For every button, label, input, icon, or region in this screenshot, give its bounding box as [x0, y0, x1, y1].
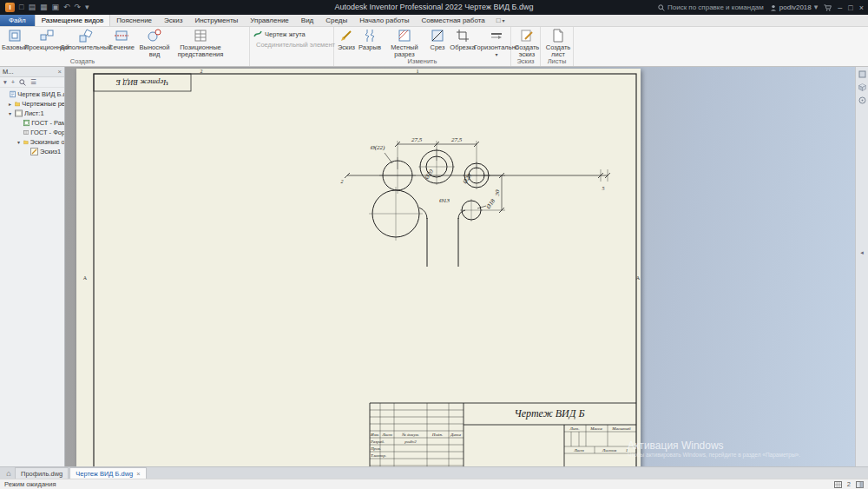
title-block-icon: [23, 129, 29, 136]
home-icon[interactable]: ⌂: [3, 467, 15, 479]
section-view-button[interactable]: Сечение: [107, 28, 136, 57]
graphics-canvas[interactable]: Чертеж ВИД Б 2 1 А А: [65, 67, 855, 466]
horizontal-icon: [489, 28, 504, 43]
inventor-logo-icon[interactable]: I: [5, 3, 15, 12]
drawing-sheet[interactable]: Чертеж ВИД Б 2 1 А А: [76, 69, 641, 466]
print-icon[interactable]: ▣: [51, 3, 59, 11]
svg-text:27,5: 27,5: [451, 136, 463, 143]
qat-dropdown-icon[interactable]: ▾: [85, 3, 89, 11]
rotated-stamp: Чертеж ВИД Б: [94, 74, 191, 91]
slice-button[interactable]: Срез: [427, 28, 448, 57]
tree-item-sketch-symbols[interactable]: ▾ Эскизные обознач: [0, 137, 64, 147]
open-file-icon[interactable]: ▤: [28, 3, 36, 11]
svg-text:Масштаб: Масштаб: [611, 426, 631, 431]
svg-text:27,5: 27,5: [411, 136, 423, 143]
break-out-icon: [397, 28, 412, 43]
maximize-button[interactable]: □: [848, 3, 852, 12]
tree-item-drawing-resources[interactable]: ▸ Чертежные ресурсы: [0, 99, 64, 109]
harness-drawing-button[interactable]: Чертеж жгута: [253, 30, 333, 38]
doc-tab-close-icon[interactable]: ×: [136, 470, 140, 478]
user-account-menu[interactable]: podiv2018 ▾: [770, 3, 818, 11]
break-button[interactable]: Разрыв: [358, 28, 382, 57]
auxiliary-view-button[interactable]: Дополнительный: [66, 28, 106, 57]
undo-icon[interactable]: ↶: [63, 3, 70, 11]
doc-tab-label: Профиль.dwg: [21, 470, 62, 478]
base-view-button[interactable]: Базовый: [2, 28, 28, 57]
zone-letter: А: [83, 275, 88, 281]
panel-modify: Эскиз Разрыв Местный разрез Срез Обрезка: [334, 27, 511, 66]
tree-item-sheet1[interactable]: ▾ Лист:1: [0, 109, 64, 118]
tab-get-started[interactable]: Начало работы: [353, 15, 415, 26]
chevron-icon[interactable]: ▾: [7, 110, 13, 116]
svg-text:5: 5: [602, 186, 605, 191]
status-bar: Режим ожидания 2: [0, 479, 868, 489]
doc-tab-current[interactable]: Чертеж ВИД Б.dwg ×: [69, 467, 146, 479]
browser-menu-icon[interactable]: ☰: [30, 78, 36, 86]
minimize-button[interactable]: –: [838, 3, 842, 12]
tab-collaborate[interactable]: Совместная работа: [415, 15, 490, 26]
horizontal-button[interactable]: Горизонтально ▾: [477, 28, 516, 57]
create-sheet-button[interactable]: Создать лист: [542, 28, 574, 57]
connector-element-button[interactable]: Соединительный элемент: [253, 40, 333, 49]
close-button[interactable]: ×: [859, 3, 864, 12]
svg-text:2: 2: [341, 179, 344, 184]
tab-view[interactable]: Вид: [295, 15, 319, 26]
svg-text:Чертеж ВИД Б: Чертеж ВИД Б: [115, 78, 168, 87]
create-sketch-label: Создать эскиз: [513, 44, 541, 58]
ribbon-display-options[interactable]: □ ▾: [491, 15, 510, 26]
detail-view-button[interactable]: Выносной вид: [137, 28, 172, 57]
svg-text:1: 1: [626, 448, 628, 453]
new-file-icon[interactable]: □: [19, 3, 23, 11]
save-icon[interactable]: ▦: [40, 3, 48, 11]
doc-tab-profile[interactable]: Профиль.dwg: [15, 467, 69, 479]
tree-item-gost-form[interactable]: ГОСТ - Форма 1: [0, 128, 64, 137]
svg-text:№ докум.: № докум.: [401, 433, 419, 437]
browser-close-icon[interactable]: ×: [58, 68, 62, 76]
browser-search-icon[interactable]: [19, 79, 26, 86]
model-browser-panel: М... × ▾ + ☰ Чертеж ВИД Б.dwg ▸: [0, 67, 65, 466]
tab-file[interactable]: Файл: [0, 15, 35, 26]
chevron-icon[interactable]: ▸: [7, 101, 13, 107]
help-search-input[interactable]: Поиск по справке и командам: [658, 3, 764, 11]
tab-manage[interactable]: Управление: [244, 15, 294, 26]
tree-item-gost-border[interactable]: ГОСТ - Рамка: [0, 118, 64, 128]
group-label-modify: Изменить: [334, 57, 510, 65]
tab-sketch[interactable]: Эскиз: [158, 15, 188, 26]
crop-button[interactable]: Обрезка: [449, 28, 477, 57]
ribbon-options-dropdown-icon: ▾: [503, 17, 505, 23]
tree-item-label: Чертеж ВИД Б.dwg: [17, 90, 64, 98]
view-cube-icon[interactable]: [858, 83, 867, 92]
browser-filter-icon[interactable]: ▾: [3, 78, 7, 86]
cart-icon[interactable]: [824, 4, 832, 11]
panel-collapse-icon[interactable]: ◂: [858, 248, 867, 257]
create-sketch-button[interactable]: Создать эскиз: [513, 28, 541, 57]
positional-representations-button[interactable]: Позиционные представления: [173, 28, 228, 57]
connector-element-label: Соединительный элемент: [256, 41, 335, 49]
browser-add-icon[interactable]: +: [11, 78, 15, 86]
doc-tab-label: Чертеж ВИД Б.dwg: [76, 470, 133, 478]
tree-item-label: Лист:1: [24, 109, 44, 117]
positional-representations-label: Позиционные представления: [173, 44, 228, 58]
tree-item-label: Чертежные ресурсы: [22, 100, 64, 108]
tree-item-sketch1[interactable]: Эскиз1: [0, 147, 64, 156]
chevron-icon[interactable]: ▾: [16, 139, 22, 145]
sketch-button[interactable]: Эскиз: [336, 28, 357, 57]
tab-place-views[interactable]: Размещение видов: [35, 15, 111, 26]
tree-item-document[interactable]: Чертеж ВИД Б.dwg: [0, 89, 64, 99]
break-out-button[interactable]: Местный разрез: [383, 28, 426, 57]
grid-snap-icon[interactable]: [834, 481, 842, 488]
tab-environments[interactable]: Среды: [319, 15, 353, 26]
doc-switch-icon[interactable]: [858, 69, 867, 79]
drawing-document-icon: [10, 90, 16, 98]
projected-view-button[interactable]: Проекционный: [29, 28, 65, 57]
ribbon-options-icon: □: [496, 17, 501, 24]
dimension-texts: 27,5 27,5 Ø(22) Ø20 Ø20 Ø13 Ø18 30 2 5: [341, 136, 605, 211]
tab-tools[interactable]: Инструменты: [188, 15, 244, 26]
redo-icon[interactable]: ↷: [75, 3, 82, 11]
svg-text:Ø20: Ø20: [461, 172, 473, 186]
tab-annotate[interactable]: Пояснение: [110, 15, 158, 26]
svg-text:Ø20: Ø20: [423, 168, 435, 182]
border-icon: [23, 119, 30, 127]
navigation-bar-icon[interactable]: [858, 96, 867, 105]
layout-icon[interactable]: [856, 481, 864, 488]
